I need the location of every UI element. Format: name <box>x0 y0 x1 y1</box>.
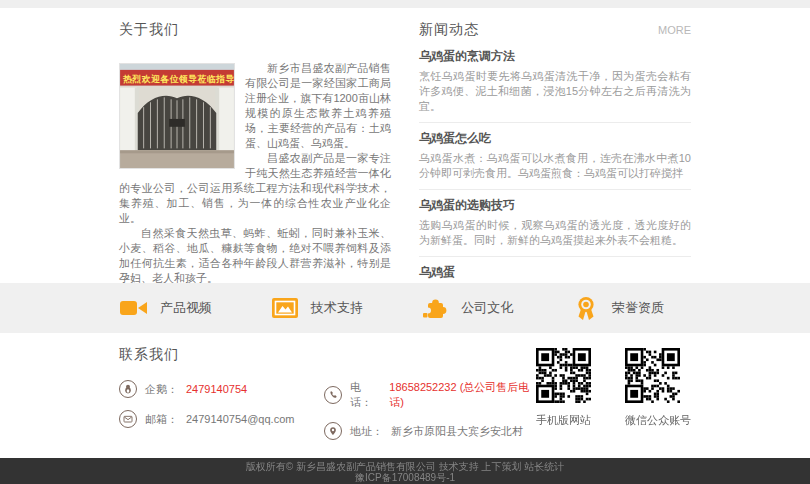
qr-label: 手机版网站 <box>536 413 591 428</box>
feature-label: 产品视频 <box>160 299 212 317</box>
icp-line[interactable]: 豫ICP备17008489号-1 <box>0 472 810 483</box>
about-section: 关于我们 <box>119 21 391 283</box>
image-icon <box>270 293 300 323</box>
news-item-title[interactable]: 乌鸡蛋 <box>419 264 691 281</box>
news-item-summary: 烹饪乌鸡蛋时要先将乌鸡蛋清洗干净，因为蛋壳会粘有许多鸡便、泥土和细菌，浸泡15分… <box>419 69 691 114</box>
location-pin-icon <box>324 422 342 440</box>
news-more-link[interactable]: MORE <box>658 24 691 36</box>
company-gate-photo: 热烈欢迎各位领导莅临指导 <box>119 63 235 169</box>
feature-product-video[interactable]: 产品视频 <box>119 293 239 323</box>
qr-label: 微信公众账号 <box>625 413 691 428</box>
contact-title: 联系我们 <box>119 346 536 364</box>
feature-label: 荣誉资质 <box>612 299 664 317</box>
contact-phone-row: 电话：18658252232 (总公司售后电话) <box>324 380 536 410</box>
news-item-title[interactable]: 乌鸡蛋怎么吃 <box>419 130 691 147</box>
phone-icon <box>324 386 342 404</box>
copyright-line: 版权所有© 新乡昌盛农副产品销售有限公司 技术支持 上下策划 站长统计 <box>0 461 810 472</box>
phone-number: 18658252232 (总公司售后电话) <box>389 380 536 410</box>
footer: 版权所有© 新乡昌盛农副产品销售有限公司 技术支持 上下策划 站长统计 豫ICP… <box>0 458 810 484</box>
qq-number: 2479140754 <box>186 383 247 395</box>
news-item-summary: 选购乌鸡蛋的时候，观察乌鸡蛋的透光度，透光度好的为新鲜蛋。同时，新鲜的乌鸡蛋摸起… <box>419 218 691 248</box>
news-title: 新闻动态 <box>419 21 479 39</box>
medal-icon <box>571 293 601 323</box>
email-value: 2479140754@qq.com <box>186 413 294 425</box>
feature-label: 技术支持 <box>311 299 363 317</box>
top-divider-strip <box>0 0 810 8</box>
about-paragraph: 自然采食天然虫草、蚂蚱、蚯蚓，同时兼补玉米、小麦、稻谷、地瓜、糠麸等食物，绝对不… <box>119 226 391 283</box>
feature-label: 公司文化 <box>461 299 513 317</box>
feature-honors[interactable]: 荣誉资质 <box>571 293 691 323</box>
mobile-site-qr-code <box>536 348 591 403</box>
qr-mobile-site[interactable]: 手机版网站 <box>536 348 591 452</box>
features-band: 产品视频 技术支持 公司文化 <box>0 283 810 333</box>
contact-section: 联系我们 企鹅：2479140754 <box>0 333 810 458</box>
news-item[interactable]: 乌鸡蛋的选购技巧 选购乌鸡蛋的时候，观察乌鸡蛋的透光度，透光度好的为新鲜蛋。同时… <box>419 190 691 257</box>
address-label: 地址： <box>350 424 383 439</box>
contact-qq-row: 企鹅：2479140754 <box>119 380 324 398</box>
feature-company-culture[interactable]: 公司文化 <box>420 293 540 323</box>
feature-tech-support[interactable]: 技术支持 <box>270 293 390 323</box>
mail-icon <box>119 410 137 428</box>
phone-label: 电话： <box>350 380 381 410</box>
news-item[interactable]: 乌鸡蛋怎么吃 乌鸡蛋水煮：乌鸡蛋可以水煮食用，连壳在沸水中煮10分钟即可剥壳食用… <box>419 123 691 190</box>
contact-email-row: 邮箱：2479140754@qq.com <box>119 410 324 428</box>
news-item-title[interactable]: 乌鸡蛋的选购技巧 <box>419 197 691 214</box>
qq-label: 企鹅： <box>145 382 178 397</box>
contact-address-row: 地址：新乡市原阳县大宾乡安北村 <box>324 422 536 440</box>
news-item[interactable]: 乌鸡蛋的烹调方法 烹饪乌鸡蛋时要先将乌鸡蛋清洗干净，因为蛋壳会粘有许多鸡便、泥土… <box>419 41 691 123</box>
video-icon <box>119 293 149 323</box>
main-section: 关于我们 <box>0 8 810 283</box>
qr-wechat-account[interactable]: 微信公众账号 <box>625 348 691 452</box>
news-item[interactable]: 乌鸡蛋 乌鸡蛋，顾名思义也就是乌鸡所下的蛋。乌鸡蛋是一种药膳保健佳品，含有的有机… <box>419 257 691 283</box>
address-value: 新乡市原阳县大宾乡安北村 <box>391 424 523 439</box>
qq-penguin-icon <box>119 380 137 398</box>
email-label: 邮箱： <box>145 412 178 427</box>
about-title: 关于我们 <box>119 21 391 39</box>
wechat-qr-code <box>625 348 680 403</box>
photo-banner-text: 热烈欢迎各位领导莅临指导 <box>122 74 235 84</box>
news-section: 新闻动态 MORE 乌鸡蛋的烹调方法 烹饪乌鸡蛋时要先将乌鸡蛋清洗干净，因为蛋壳… <box>419 21 691 283</box>
news-item-summary: 乌鸡蛋水煮：乌鸡蛋可以水煮食用，连壳在沸水中煮10分钟即可剥壳食用。乌鸡蛋煎食：… <box>419 151 691 181</box>
puzzle-icon <box>420 293 450 323</box>
news-item-title[interactable]: 乌鸡蛋的烹调方法 <box>419 48 691 65</box>
